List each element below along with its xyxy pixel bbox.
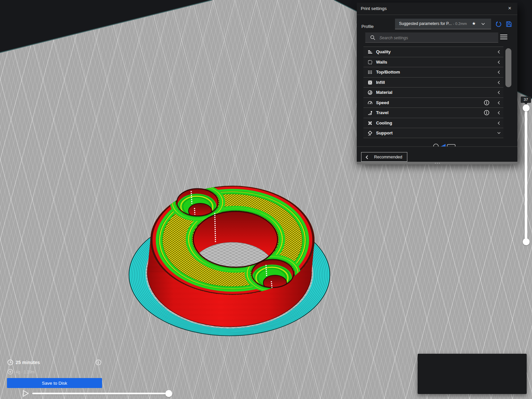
print-time-estimate: 25 minutes — [16, 360, 40, 365]
settings-category-quality[interactable]: Quality — [363, 47, 503, 57]
play-button[interactable] — [23, 390, 29, 397]
current-layer-badge: 37 — [521, 97, 531, 103]
chevron-left-icon[interactable] — [497, 91, 501, 95]
settings-category-label: Support — [376, 130, 393, 135]
recommended-label: Recommended — [374, 155, 402, 159]
chevron-left-icon[interactable] — [497, 121, 501, 125]
panel-title: Print settings — [361, 6, 387, 11]
cooling-icon — [367, 120, 373, 126]
layer-slider-upper-handle[interactable] — [523, 104, 530, 111]
chevron-left-icon[interactable] — [497, 101, 501, 105]
settings-category-label: Material — [376, 90, 392, 95]
settings-category-label: Quality — [376, 49, 391, 54]
settings-category-material[interactable]: Material — [363, 87, 503, 98]
settings-category-label: Top/Bottom — [376, 70, 400, 75]
settings-category-label: Travel — [376, 110, 389, 115]
print-settings-panel: Print settings × Profile Suggested param… — [357, 3, 517, 162]
path-timeline-handle[interactable] — [165, 390, 172, 397]
info-icon[interactable] — [484, 110, 489, 115]
chevron-left-icon — [365, 155, 368, 159]
settings-category-travel[interactable]: Travel — [363, 107, 503, 118]
cura-preview-viewport: Print settings × Profile Suggested param… — [0, 0, 532, 399]
print-job-card — [418, 354, 527, 394]
search-icon — [370, 35, 376, 41]
settings-category-walls[interactable]: Walls — [363, 57, 503, 67]
settings-category-cooling[interactable]: Cooling — [363, 118, 503, 128]
settings-category-top-bottom[interactable]: Top/Bottom — [363, 67, 503, 77]
clock-icon — [7, 359, 13, 365]
reset-profile-icon[interactable] — [495, 21, 502, 27]
chevron-down-icon[interactable] — [497, 131, 501, 135]
settings-scrollbar[interactable] — [505, 48, 511, 87]
profile-selected-value: Suggested parameters for P... — [399, 21, 452, 26]
chevron-left-icon[interactable] — [497, 111, 501, 115]
close-icon[interactable]: × — [506, 5, 513, 12]
info-icon[interactable] — [95, 359, 101, 365]
clipped-setting-row — [357, 141, 517, 146]
search-input[interactable] — [379, 34, 493, 42]
search-settings-box[interactable] — [365, 32, 498, 43]
settings-category-label: Walls — [376, 60, 387, 65]
top-bottom-icon — [367, 70, 373, 75]
settings-category-label: Infill — [376, 80, 385, 85]
material-spool-icon — [7, 369, 13, 375]
settings-category-list: QualityWallsTop/BottomInfillMaterialSpee… — [363, 47, 503, 138]
recommended-mode-button[interactable]: Recommended — [361, 152, 407, 162]
profile-label: Profile — [361, 24, 374, 29]
chevron-left-icon[interactable] — [497, 50, 501, 54]
panel-resize-grip[interactable] — [357, 162, 517, 164]
settings-category-speed[interactable]: Speed — [363, 98, 503, 108]
walls-icon — [367, 60, 373, 65]
save-to-disk-button[interactable]: Save to Disk — [7, 378, 102, 388]
chevron-down-icon — [481, 23, 485, 25]
chevron-left-icon[interactable] — [497, 60, 501, 64]
save-profile-icon[interactable] — [506, 21, 512, 27]
star-icon[interactable]: ★ — [472, 21, 476, 26]
panel-titlebar: Print settings × — [357, 3, 517, 15]
material-usage-estimate: 4g · 1.39m — [16, 370, 35, 374]
support-icon — [367, 130, 373, 136]
panel-footer: Recommended — [357, 146, 517, 162]
chevron-left-icon[interactable] — [497, 81, 501, 85]
chevron-left-icon[interactable] — [497, 70, 501, 74]
layer-slider-track[interactable] — [525, 107, 527, 242]
quality-icon — [367, 49, 373, 55]
info-icon[interactable] — [484, 100, 489, 105]
hamburger-menu-icon[interactable] — [500, 35, 507, 41]
infill-icon — [367, 80, 373, 85]
path-timeline-track[interactable] — [32, 393, 171, 394]
profile-variant-value: - 0.2mm — [453, 22, 467, 26]
layer-slider-lower-handle[interactable] — [523, 238, 530, 245]
travel-icon — [367, 110, 373, 115]
settings-category-infill[interactable]: Infill — [363, 77, 503, 88]
material-icon — [367, 90, 373, 95]
settings-category-label: Cooling — [376, 120, 392, 125]
settings-category-support[interactable]: Support — [363, 128, 503, 138]
profile-dropdown[interactable]: Suggested parameters for P... - 0.2mm ★ — [395, 19, 491, 29]
speed-icon — [367, 100, 373, 105]
settings-category-label: Speed — [376, 100, 389, 105]
